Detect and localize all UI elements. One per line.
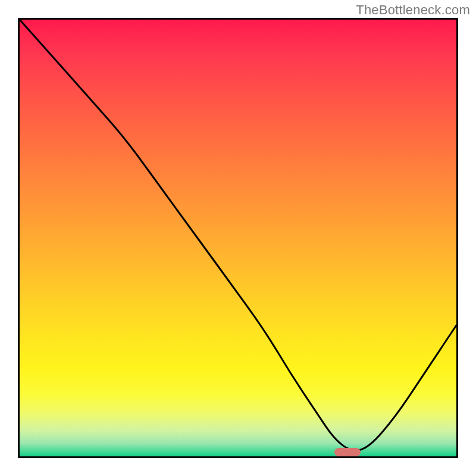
bottleneck-curve	[20, 20, 456, 450]
optimum-marker	[334, 448, 361, 456]
plot-frame	[18, 18, 458, 458]
chart-container: TheBottleneck.com	[0, 0, 476, 476]
curve-svg	[20, 20, 456, 456]
watermark-text: TheBottleneck.com	[356, 2, 470, 18]
